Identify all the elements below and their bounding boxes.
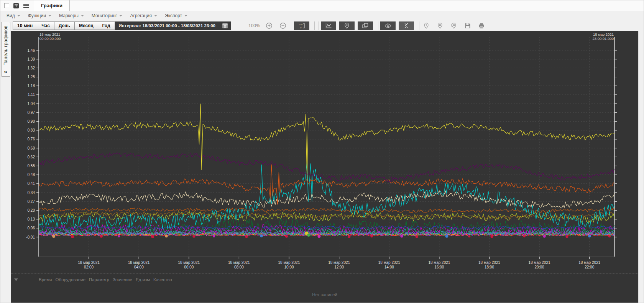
menu-markers-label: Маркеры: [59, 13, 79, 18]
svg-text:1.25: 1.25: [28, 75, 35, 79]
svg-text:18 мар 2021: 18 мар 2021: [128, 260, 150, 265]
range-button-year[interactable]: Год: [98, 21, 115, 30]
pin-icon[interactable]: [13, 3, 19, 9]
svg-text:12:00: 12:00: [334, 265, 344, 269]
menu-icon[interactable]: [23, 3, 29, 9]
add-marker-button[interactable]: [421, 21, 431, 30]
side-panel-label: Панель графиков: [3, 25, 8, 66]
tab-charts-label: Графики: [41, 3, 62, 8]
chevron-down-icon: [17, 15, 20, 16]
interval-field[interactable]: Интервал: 18/03/2021 00:00 - 18/03/2021 …: [115, 21, 219, 30]
trend-chart-button[interactable]: [321, 21, 336, 30]
svg-text:0.34: 0.34: [28, 191, 35, 195]
svg-text:0.90: 0.90: [28, 119, 35, 124]
chevron-down-icon: [184, 15, 187, 16]
remove-all-markers-button[interactable]: [449, 21, 459, 30]
zoom-reset-button[interactable]: 1000: [294, 21, 309, 30]
svg-text:0.69: 0.69: [28, 146, 35, 150]
svg-text:0.83: 0.83: [28, 128, 35, 132]
zoom-reset-icon: 1000: [298, 23, 305, 29]
svg-text:18 мар 2021: 18 мар 2021: [593, 32, 614, 36]
range-button-10min[interactable]: 10 мин: [13, 21, 37, 30]
svg-text:0.48: 0.48: [28, 173, 35, 177]
svg-text:0.97: 0.97: [28, 110, 35, 115]
menu-export[interactable]: Экспорт: [161, 11, 191, 20]
column-header-quality: Качество: [153, 277, 172, 282]
values-table: Время Оборудование Параметр Значение Ед.…: [11, 273, 638, 303]
menu-functions-label: Функции: [28, 13, 46, 18]
svg-text:0.41: 0.41: [28, 181, 35, 186]
range-button-hour[interactable]: Час: [37, 21, 54, 30]
svg-text:14:00: 14:00: [384, 265, 394, 269]
svg-text:0.06: 0.06: [28, 226, 35, 230]
layers-button[interactable]: [358, 21, 373, 30]
svg-text:0.13: 0.13: [28, 217, 35, 221]
range-button-year-label: Год: [102, 23, 110, 28]
zoom-level-label: 100%: [248, 23, 260, 28]
menu-markers[interactable]: Маркеры: [55, 11, 88, 20]
svg-text:0.55: 0.55: [28, 164, 35, 168]
calendar-button[interactable]: [219, 21, 231, 30]
range-button-day[interactable]: День: [54, 21, 75, 30]
svg-text:18 мар 2021: 18 мар 2021: [428, 260, 450, 265]
range-button-month[interactable]: Месяц: [75, 21, 98, 30]
chart-canvas[interactable]: 1.461.391.321.251.181.111.040.970.900.83…: [11, 31, 639, 273]
svg-text:22:00: 22:00: [585, 265, 594, 269]
collapse-table-icon[interactable]: [14, 278, 18, 281]
menu-aggregation-label: Агрегация: [130, 13, 152, 18]
menu-monitoring[interactable]: Мониторинг: [88, 11, 127, 20]
column-header-parameter: Параметр: [89, 277, 109, 282]
svg-text:18 мар 2021: 18 мар 2021: [39, 32, 60, 36]
svg-text:18 мар 2021: 18 мар 2021: [378, 260, 400, 265]
empty-checkbox[interactable]: [4, 3, 9, 8]
marker-pin-icon: [344, 23, 350, 29]
chevron-down-icon: [154, 15, 157, 16]
column-header-unit: Ед.изм: [136, 277, 150, 282]
svg-text:18 мар 2021: 18 мар 2021: [78, 260, 100, 265]
side-panel-tab[interactable]: Панель графиков »: [1, 22, 10, 77]
expand-panel-icon[interactable]: »: [4, 69, 7, 75]
svg-text:18 мар 2021: 18 мар 2021: [328, 260, 350, 265]
tab-charts[interactable]: Графики: [34, 0, 70, 11]
zoom-out-button[interactable]: [278, 21, 288, 30]
print-button[interactable]: [476, 21, 486, 30]
chart-panel: 1.461.391.321.251.181.111.040.970.900.83…: [11, 31, 638, 303]
svg-text:100: 100: [299, 23, 303, 26]
zoom-in-button[interactable]: [264, 21, 274, 30]
marker-button[interactable]: [339, 21, 355, 30]
side-panel-strip: Панель графиков »: [0, 20, 11, 303]
range-button-day-label: День: [59, 23, 70, 28]
tool-bar: 10 мин Час День Месяц Год Интервал: 18/0…: [11, 20, 644, 31]
svg-text:18 мар 2021: 18 мар 2021: [478, 260, 500, 265]
svg-text:08:00: 08:00: [234, 265, 244, 269]
svg-text:10:00: 10:00: [284, 265, 294, 269]
svg-text:1.04: 1.04: [28, 102, 35, 106]
remove-marker-icon: [437, 23, 443, 29]
menu-aggregation[interactable]: Агрегация: [126, 11, 161, 20]
visibility-button[interactable]: [380, 21, 396, 30]
interval-label: Интервал: 18/03/2021 00:00 - 18/03/2021 …: [119, 23, 215, 28]
zoom-out-icon: [279, 22, 286, 29]
save-button[interactable]: [463, 21, 473, 30]
menu-view[interactable]: Вид: [3, 11, 24, 20]
right-gutter: [638, 31, 644, 303]
svg-text:1.32: 1.32: [28, 66, 35, 70]
collapse-markers-button[interactable]: [399, 21, 414, 30]
layers-icon: [362, 23, 369, 29]
remove-marker-button[interactable]: [435, 21, 445, 30]
svg-text:16:00: 16:00: [434, 265, 444, 269]
menu-functions[interactable]: Функции: [24, 11, 55, 20]
svg-text:23:00:01.000: 23:00:01.000: [593, 36, 614, 41]
svg-text:1.11: 1.11: [28, 92, 35, 97]
svg-text:06:00: 06:00: [184, 265, 194, 269]
svg-text:18:00: 18:00: [485, 265, 494, 269]
calendar-icon: [222, 23, 228, 29]
svg-text:18 мар 2021: 18 мар 2021: [578, 260, 600, 265]
menu-monitoring-label: Мониторинг: [92, 13, 117, 18]
range-button-hour-label: Час: [41, 23, 50, 28]
printer-icon: [478, 23, 485, 29]
app-window: Графики Вид Функции Маркеры Мониторинг А…: [0, 0, 644, 303]
svg-text:18 мар 2021: 18 мар 2021: [278, 260, 300, 265]
svg-text:0: 0: [300, 26, 302, 29]
toolbar-separator: [314, 21, 315, 30]
